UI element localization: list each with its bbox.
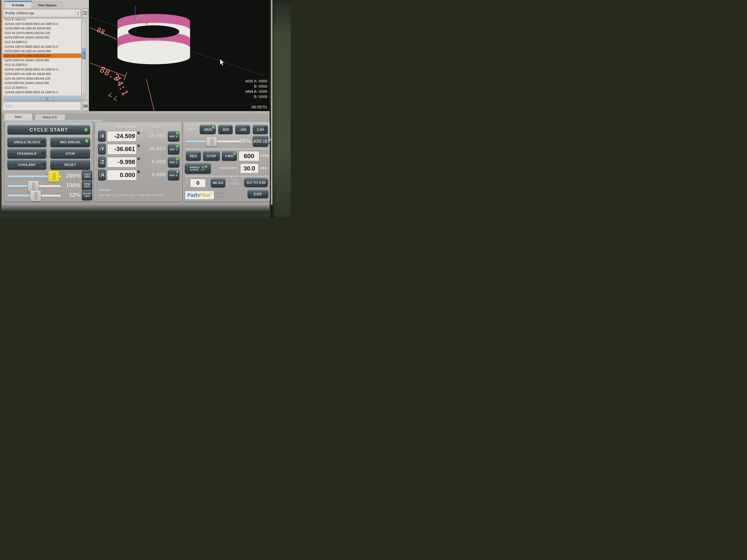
- scroll-up-icon[interactable]: ▲: [82, 19, 86, 22]
- m99-a-counter: M99 A: 0000: [246, 89, 267, 94]
- scroll-left-icon[interactable]: ◀: [3, 97, 6, 101]
- feed-100-button[interactable]: FEED 100%: [82, 170, 92, 182]
- step-0025-button[interactable]: .0025: [200, 125, 216, 134]
- control-section: Main Status (F1) CYCLE START SINGLE BLOC…: [1, 111, 269, 205]
- pos-header: POS IN G56: [106, 125, 147, 129]
- dro-z-value[interactable]: -9.998: [107, 157, 137, 167]
- gcode-line[interactable]: G2X-44.100Y0.000I0.000J44.100: [3, 76, 81, 81]
- step-1-button[interactable]: 1.00: [253, 125, 268, 134]
- gcode-line[interactable]: G2X0.000Y44.100I44.100J0.000: [3, 58, 81, 62]
- ref-a-label: REF A: [170, 174, 178, 177]
- zero-z-button[interactable]: ZERO Z: [98, 157, 106, 167]
- gcode-line[interactable]: G2X44.100Y0.000I0.000J-44.100F15.0: [3, 67, 81, 72]
- gcode-line[interactable]: G2X0.000Y-44.100I-44.100J0.000: [3, 49, 81, 54]
- dro-a-dot-led: [137, 170, 140, 173]
- ref-a-button[interactable]: REF A: [168, 170, 179, 180]
- m01-break-button[interactable]: M01 BREAK: [50, 137, 90, 147]
- gcode-line[interactable]: G2X0.000Y-44.100I-44.100J0.000: [3, 26, 81, 31]
- tab-main[interactable]: Main: [4, 113, 33, 121]
- rev-label: REV: [190, 154, 197, 158]
- tab-status-f1[interactable]: Status (F1): [35, 114, 65, 121]
- vertical-scroll-thumb[interactable]: [82, 48, 86, 59]
- tab-view-options[interactable]: View Options: [31, 2, 63, 8]
- feedhold-button[interactable]: FEEDHOLD: [7, 149, 46, 159]
- toolpath-viewport[interactable]: 88. 88.2 44.1 M30 A: 0000 B: 0000 M99 A:…: [89, 0, 269, 111]
- zero-a-button[interactable]: ZERO A: [98, 170, 106, 180]
- mdi-input[interactable]: [3, 102, 81, 111]
- goto-g30-button[interactable]: GO TO G30: [244, 178, 268, 187]
- spindle-fwd-button[interactable]: FWD: [222, 152, 237, 161]
- spindle-rpm-field[interactable]: 600: [239, 151, 259, 161]
- dro-y-value[interactable]: -36.661: [107, 144, 137, 155]
- coolant-led: [42, 162, 44, 165]
- gcode-line-current[interactable]: G2X-44.100Y0.000I0.000J44.100: [3, 54, 81, 58]
- fwd-label: FWD: [225, 154, 233, 158]
- ref-x-button[interactable]: REF X: [168, 131, 179, 141]
- gcode-listing[interactable]: G1Z-9.750F3.0 G2X44.100Y0.000I0.000J-44.…: [3, 19, 81, 96]
- reset-label: RESET: [64, 163, 76, 167]
- horizontal-scroll-thumb[interactable]: [41, 98, 53, 100]
- gcode-line[interactable]: G1Z-10.250F3.0: [3, 62, 81, 67]
- stop-button[interactable]: STOP: [50, 149, 90, 159]
- registered-icon: ®: [210, 192, 212, 194]
- tab-gcode[interactable]: G-Code: [4, 1, 32, 8]
- rpm-100-button[interactable]: RPM 100%: [82, 180, 92, 191]
- gcode-line[interactable]: G2X-44.100Y0.000I0.000J44.100: [3, 31, 81, 35]
- gcode-line[interactable]: G2X0.000Y-44.100I-44.100J0.000: [3, 72, 81, 76]
- gcode-line[interactable]: G2X0.000Y44.100I44.100J0.000: [3, 35, 81, 40]
- spindle-stop-button[interactable]: STOP: [203, 152, 220, 161]
- ref-y-button[interactable]: REF Y: [168, 144, 179, 155]
- step-100-button[interactable]: .100: [235, 125, 250, 134]
- gcode-line[interactable]: G2X44.100Y0.000I0.000J-44.100F15.0: [3, 22, 81, 26]
- pathpilot-logo: PathPilot®: [185, 191, 214, 199]
- m6-g43-button[interactable]: M6 G43: [211, 179, 225, 187]
- step-010-button[interactable]: .010: [218, 125, 233, 134]
- gcode-file-selector[interactable]: Profile 100test.ngc ▲ ▼: [3, 9, 81, 18]
- gcode-line[interactable]: G1Z-9.750F3.0: [3, 19, 81, 22]
- axis-y-label: Y: [101, 146, 104, 152]
- spindle-lo-label: LO: [201, 168, 204, 171]
- mdi-execute-button[interactable]: ❯❯❯: [82, 101, 88, 111]
- dro-a-value[interactable]: 0.000: [107, 170, 137, 180]
- gcode-vertical-scrollbar[interactable]: ▲ ▼: [81, 19, 86, 96]
- toolpath-3d-render: [89, 0, 269, 111]
- ref-z-button[interactable]: REF Z: [168, 157, 179, 167]
- cycle-start-button[interactable]: CYCLE START: [7, 125, 90, 134]
- spindle-range-button[interactable]: SPINDLE RANGE HI LO: [185, 163, 211, 174]
- maxvel-override-handle[interactable]: [30, 190, 41, 201]
- zero-y-button[interactable]: ZERO Y: [98, 144, 106, 155]
- ref-x-led: [176, 132, 178, 134]
- coolant-button[interactable]: COOLANT: [7, 160, 46, 170]
- zero-label: ZERO: [100, 147, 101, 151]
- dro-x-value[interactable]: -24.509: [107, 131, 137, 141]
- feed-override-percent: 200%: [62, 172, 81, 179]
- jog-cont-step-button[interactable]: JOG CONT STEP: [253, 136, 268, 147]
- step-100-label: .100: [239, 128, 246, 132]
- horizontal-scroll-track[interactable]: [6, 98, 82, 101]
- scroll-down-icon[interactable]: ▼: [82, 92, 86, 96]
- tool-number-field[interactable]: 0: [190, 179, 206, 187]
- gcode-horizontal-scrollbar[interactable]: ◀ ▶: [3, 97, 86, 101]
- exit-button[interactable]: EXIT: [248, 190, 268, 198]
- jog-speed-handle[interactable]: [206, 137, 217, 146]
- feed-100-label-2: 100%: [84, 176, 91, 178]
- spindle-rev-button[interactable]: REV: [186, 152, 201, 161]
- rpm-override-handle[interactable]: [28, 181, 39, 192]
- gcode-line[interactable]: G2X44.100Y0.000I0.000J-44.100F15.0: [3, 45, 81, 49]
- maxvel-100-button[interactable]: MAXVEL 100%: [82, 190, 92, 201]
- scroll-right-icon[interactable]: ▶: [82, 97, 86, 101]
- gcode-line[interactable]: G1Z-10.000F3.0: [3, 40, 81, 45]
- file-selector-spinner[interactable]: ▲ ▼: [75, 9, 81, 17]
- menu-icon: [83, 13, 87, 14]
- maxvel-override-percent: 52%: [62, 192, 81, 198]
- gcode-line[interactable]: G2X0.000Y44.100I44.100J0.000: [3, 81, 81, 85]
- zero-x-button[interactable]: ZERO X: [98, 131, 106, 141]
- feed-override-handle[interactable]: [48, 171, 59, 182]
- single-block-button[interactable]: SINGLE BLOCK: [7, 137, 46, 147]
- tab-gcode-label: G-Code: [12, 3, 24, 7]
- reset-button[interactable]: RESET: [50, 160, 90, 170]
- menu-button[interactable]: [82, 8, 88, 18]
- feedrate-field[interactable]: 30.0: [240, 163, 259, 174]
- gcode-line[interactable]: G2X44.100Y0.000I0.000J-44.100F15.0: [3, 90, 81, 95]
- gcode-line[interactable]: G1Z-10.500F3.0: [3, 85, 81, 90]
